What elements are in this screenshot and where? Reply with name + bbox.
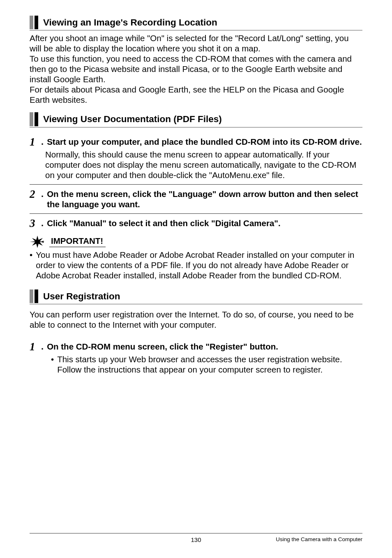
section-heading-pdf: Viewing User Documentation (PDF Files) bbox=[30, 112, 362, 127]
section-heading-user-registration: User Registration bbox=[30, 289, 362, 304]
bullet-text: You must have Adobe Reader or Adobe Acro… bbox=[36, 250, 362, 280]
bullet-dot: • bbox=[30, 250, 32, 260]
important-bullet: • You must have Adobe Reader or Adobe Ac… bbox=[30, 250, 362, 280]
step-dot: . bbox=[41, 341, 44, 352]
step-2: 2 . On the menu screen, click the "Langu… bbox=[30, 189, 362, 209]
heading-text: User Registration bbox=[43, 289, 120, 303]
step-number: 1 bbox=[30, 341, 39, 352]
step-1: 1 . Start up your computer, and place th… bbox=[30, 137, 362, 148]
heading-text: Viewing an Image's Recording Location bbox=[43, 16, 217, 29]
important-header: IMPORTANT! bbox=[30, 236, 362, 248]
step-dot: . bbox=[41, 189, 44, 199]
page-footer: 130 Using the Camera with a Computer bbox=[30, 533, 362, 542]
heading-bar-outer bbox=[30, 16, 33, 29]
heading-bar-outer bbox=[30, 112, 33, 126]
divider bbox=[30, 184, 362, 185]
step-text: On the menu screen, click the "Language"… bbox=[47, 189, 362, 209]
step-number: 1 bbox=[30, 137, 39, 148]
heading-text: Viewing User Documentation (PDF Files) bbox=[43, 112, 222, 126]
step-text: Start up your computer, and place the bu… bbox=[47, 137, 362, 147]
important-label: IMPORTANT! bbox=[49, 236, 106, 248]
burst-icon bbox=[30, 236, 45, 248]
section3-body: You can perform user registration over t… bbox=[30, 309, 362, 330]
bullet-dot: • bbox=[51, 354, 54, 364]
step-1-reg: 1 . On the CD-ROM menu screen, click the… bbox=[30, 341, 362, 352]
divider bbox=[30, 213, 362, 214]
section1-body: After you shoot an image while "On" is s… bbox=[30, 33, 362, 105]
step-dot: . bbox=[41, 218, 44, 229]
step-3: 3 . Click "Manual" to select it and then… bbox=[30, 218, 362, 229]
step-number: 2 bbox=[30, 189, 39, 200]
page-number: 130 bbox=[191, 536, 201, 543]
step-number: 3 bbox=[30, 218, 39, 229]
step-text: On the CD-ROM menu screen, click the "Re… bbox=[47, 341, 362, 352]
section-heading-viewing-location: Viewing an Image's Recording Location bbox=[30, 16, 362, 30]
step-text: Click "Manual" to select it and then cli… bbox=[47, 218, 362, 228]
heading-bar-inner bbox=[35, 289, 38, 303]
chapter-title: Using the Camera with a Computer bbox=[276, 536, 362, 542]
sub-bullet-text: This starts up your Web browser and acce… bbox=[57, 354, 362, 375]
step-1-body: Normally, this should cause the menu scr… bbox=[45, 149, 362, 180]
svg-marker-1 bbox=[41, 241, 44, 243]
heading-bar-inner bbox=[35, 112, 38, 126]
step-dot: . bbox=[41, 137, 44, 147]
step-1-reg-sub: • This starts up your Web browser and ac… bbox=[51, 354, 362, 375]
heading-bar-inner bbox=[35, 16, 38, 29]
heading-bar-outer bbox=[30, 289, 33, 303]
